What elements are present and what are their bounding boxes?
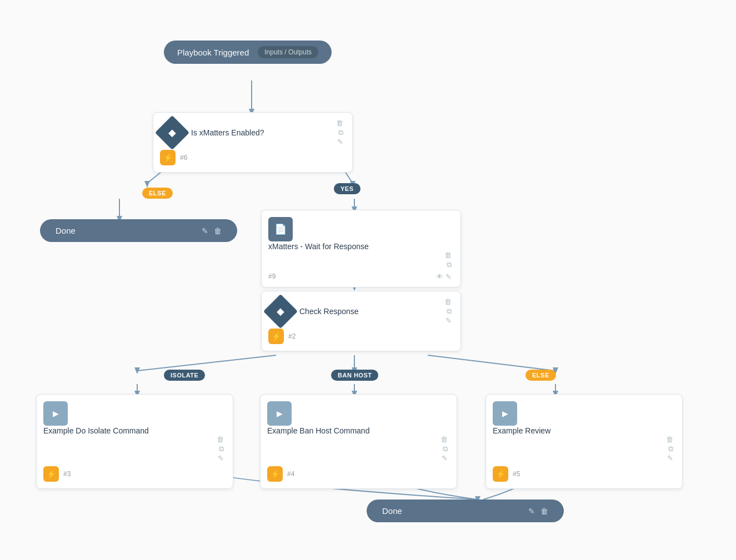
xmatters-wait-title: xMatters - Wait for Response [268,242,369,251]
svg-marker-13 [134,367,140,374]
delete-icon[interactable]: 🗑 [440,436,448,443]
example-isolate-title: Example Do Isolate Command [43,426,149,435]
check-response-actions: 🗑 ⧉ ✎ [444,298,452,324]
edit-icon[interactable]: ✎ [445,317,452,324]
check-response-node: ◆ Check Response 🗑 ⧉ ✎ ⚡ #2 [261,291,461,351]
node-id: #6 [180,154,187,162]
edit-icon[interactable]: ✎ [202,226,208,235]
edit-icon[interactable]: ✎ [442,455,448,462]
edit-icon[interactable]: ✎ [218,455,224,462]
is-xmatters-actions: 🗑 ⧉ ✎ [336,119,343,145]
xmatters-wait-actions: 🗑 ⧉ [268,251,452,268]
check-response-title: Check Response [299,307,359,316]
delete-icon[interactable]: 🗑 [217,436,224,443]
delete-icon[interactable]: 🗑 [444,298,452,305]
xmatters-icon: 📄 [268,217,293,241]
copy-icon[interactable]: ⧉ [447,307,452,315]
edit-icon[interactable]: ✎ [667,455,673,462]
delete-icon[interactable]: 🗑 [666,436,673,443]
inputs-outputs-button[interactable]: Inputs / Outputs [258,46,318,58]
lightning-badge: ⚡ [267,466,283,482]
else2-branch-label: ELSE [525,370,556,381]
delete-icon[interactable]: 🗑 [214,226,222,235]
done-top-label: Done [56,226,76,235]
delete-icon[interactable]: 🗑 [444,251,452,259]
example-ban-node: ▶ Example Ban Host Command 🗑 ⧉ ✎ ⚡ #4 [260,394,457,489]
ban-actions: 🗑 ⧉ ✎ [267,436,448,462]
svg-marker-5 [144,181,150,188]
lightning-badge: ⚡ [493,466,508,482]
diamond-icon: ◆ [155,115,189,149]
copy-icon[interactable]: ⧉ [447,261,452,268]
lightning-badge: ⚡ [268,329,284,344]
example-review-node: ▶ Example Review 🗑 ⧉ ✎ ⚡ #5 [485,394,683,489]
edit-icon[interactable]: ✎ [528,507,535,516]
done-top-node[interactable]: Done ✎ 🗑 [40,219,237,242]
xmatters-wait-node: 📄 xMatters - Wait for Response 🗑 ⧉ #9 👁 … [261,210,461,287]
yes-branch-label: YES [334,183,361,194]
svg-line-16 [428,355,555,371]
delete-icon[interactable]: 🗑 [540,507,548,516]
ban-host-branch-label: BAN HOST [331,370,378,381]
edit-icon[interactable]: ✎ [445,273,452,280]
is-xmatters-title: Is xMatters Enabled? [191,128,264,137]
review-icon: ▶ [493,401,517,426]
delete-icon[interactable]: 🗑 [336,119,343,127]
node-id: #2 [288,332,296,340]
done-bottom-node[interactable]: Done ✎ 🗑 [367,500,564,522]
node-id: #3 [63,470,71,478]
review-actions: 🗑 ⧉ ✎ [493,436,673,462]
copy-icon[interactable]: ⧉ [219,445,224,452]
view-icon[interactable]: 👁 [436,273,443,280]
trigger-node[interactable]: Playbook Triggered Inputs / Outputs [164,41,332,64]
svg-line-12 [137,355,276,371]
example-review-title: Example Review [493,426,550,435]
is-xmatters-node: ◆ Is xMatters Enabled? 🗑 ⧉ ✎ ⚡ #6 [153,112,353,173]
node-id: #5 [513,470,520,478]
copy-icon[interactable]: ⧉ [443,445,448,452]
lightning-badge: ⚡ [160,150,176,165]
example-isolate-node: ▶ Example Do Isolate Command 🗑 ⧉ ✎ ⚡ #3 [36,394,233,489]
done-bottom-label: Done [382,506,402,516]
else-branch-label: ELSE [142,188,173,199]
isolate-branch-label: ISOLATE [164,370,205,381]
isolate-icon: ▶ [43,401,68,426]
diamond-icon: ◆ [263,294,298,328]
copy-icon[interactable]: ⧉ [338,129,343,136]
isolate-actions: 🗑 ⧉ ✎ [43,436,224,462]
ban-icon: ▶ [267,401,292,426]
lightning-badge: ⚡ [43,466,59,482]
edit-icon[interactable]: ✎ [337,138,343,145]
node-id: #9 [268,273,276,280]
example-ban-title: Example Ban Host Command [267,426,369,435]
trigger-label: Playbook Triggered [177,48,249,57]
node-id: #4 [287,470,294,478]
copy-icon[interactable]: ⧉ [668,445,673,452]
